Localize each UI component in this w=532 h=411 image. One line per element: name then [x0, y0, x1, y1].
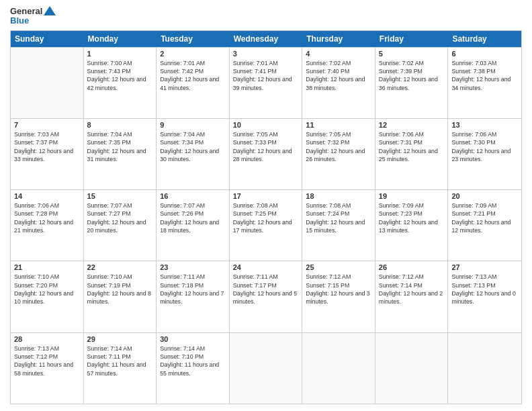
cal-cell: 9 Sunrise: 7:04 AMSunset: 7:34 PMDayligh… [157, 119, 230, 189]
cell-info: Sunrise: 7:01 AMSunset: 7:42 PMDaylight:… [160, 59, 226, 92]
day-number: 11 [306, 121, 371, 129]
cell-info: Sunrise: 7:01 AMSunset: 7:41 PMDaylight:… [233, 59, 299, 92]
day-number: 24 [233, 263, 299, 271]
cal-week-2: 14 Sunrise: 7:06 AMSunset: 7:28 PMDaylig… [11, 189, 521, 261]
cell-info: Sunrise: 7:03 AMSunset: 7:38 PMDaylight:… [451, 59, 518, 92]
cell-info: Sunrise: 7:14 AMSunset: 7:11 PMDaylight:… [87, 345, 153, 377]
day-number: 2 [160, 50, 226, 58]
cal-cell [230, 333, 303, 404]
cell-info: Sunrise: 7:04 AMSunset: 7:34 PMDaylight:… [160, 130, 226, 163]
cal-cell: 15 Sunrise: 7:07 AMSunset: 7:27 PMDaylig… [84, 190, 157, 261]
day-number: 12 [379, 121, 445, 129]
cell-info: Sunrise: 7:03 AMSunset: 7:37 PMDaylight:… [14, 130, 80, 163]
cell-info: Sunrise: 7:13 AMSunset: 7:12 PMDaylight:… [14, 345, 80, 377]
cal-cell: 23 Sunrise: 7:11 AMSunset: 7:18 PMDaylig… [157, 261, 230, 332]
header-day-tuesday: Tuesday [157, 31, 230, 47]
cell-info: Sunrise: 7:13 AMSunset: 7:13 PMDaylight:… [451, 273, 518, 306]
cell-info: Sunrise: 7:11 AMSunset: 7:17 PMDaylight:… [233, 273, 299, 306]
cal-cell: 5 Sunrise: 7:02 AMSunset: 7:39 PMDayligh… [375, 48, 449, 118]
cal-cell: 16 Sunrise: 7:07 AMSunset: 7:26 PMDaylig… [157, 190, 230, 261]
day-number: 23 [160, 263, 226, 271]
day-number: 21 [14, 263, 80, 271]
cell-info: Sunrise: 7:07 AMSunset: 7:27 PMDaylight:… [87, 201, 153, 234]
day-number: 14 [14, 192, 80, 200]
cal-cell [11, 48, 84, 118]
page: General Blue SundayMondayTuesdayWednesda… [0, 0, 532, 411]
cal-cell: 10 Sunrise: 7:05 AMSunset: 7:33 PMDaylig… [230, 119, 303, 189]
day-number: 5 [379, 50, 445, 58]
cal-cell: 20 Sunrise: 7:09 AMSunset: 7:21 PMDaylig… [448, 190, 521, 261]
day-number: 16 [160, 192, 226, 200]
cal-week-3: 21 Sunrise: 7:10 AMSunset: 7:20 PMDaylig… [11, 261, 521, 332]
day-number: 1 [87, 50, 153, 58]
day-number: 25 [306, 263, 371, 271]
cal-cell: 22 Sunrise: 7:10 AMSunset: 7:19 PMDaylig… [84, 261, 157, 332]
cal-week-0: 1 Sunrise: 7:00 AMSunset: 7:43 PMDayligh… [11, 47, 521, 118]
cell-info: Sunrise: 7:08 AMSunset: 7:25 PMDaylight:… [233, 201, 299, 234]
cal-cell: 6 Sunrise: 7:03 AMSunset: 7:38 PMDayligh… [448, 48, 521, 118]
day-number: 3 [233, 50, 299, 58]
day-number: 6 [451, 50, 518, 58]
cell-info: Sunrise: 7:06 AMSunset: 7:31 PMDaylight:… [379, 130, 445, 163]
day-number: 4 [306, 50, 371, 58]
cell-info: Sunrise: 7:05 AMSunset: 7:32 PMDaylight:… [306, 130, 371, 163]
cell-info: Sunrise: 7:00 AMSunset: 7:43 PMDaylight:… [87, 59, 153, 92]
day-number: 17 [233, 192, 299, 200]
day-number: 9 [160, 121, 226, 129]
cal-cell [375, 333, 449, 404]
cal-cell: 12 Sunrise: 7:06 AMSunset: 7:31 PMDaylig… [375, 119, 449, 189]
cal-cell: 4 Sunrise: 7:02 AMSunset: 7:40 PMDayligh… [302, 48, 375, 118]
cal-cell: 21 Sunrise: 7:10 AMSunset: 7:20 PMDaylig… [11, 261, 84, 332]
cal-cell [302, 333, 375, 404]
day-number: 7 [14, 121, 80, 129]
logo-icon [44, 6, 56, 15]
cal-cell: 26 Sunrise: 7:12 AMSunset: 7:14 PMDaylig… [375, 261, 449, 332]
cal-week-1: 7 Sunrise: 7:03 AMSunset: 7:37 PMDayligh… [11, 118, 521, 189]
cal-week-4: 28 Sunrise: 7:13 AMSunset: 7:12 PMDaylig… [11, 332, 521, 404]
calendar: SundayMondayTuesdayWednesdayThursdayFrid… [10, 30, 522, 404]
cal-cell: 1 Sunrise: 7:00 AMSunset: 7:43 PMDayligh… [84, 48, 157, 118]
day-number: 18 [306, 192, 371, 200]
cell-info: Sunrise: 7:06 AMSunset: 7:30 PMDaylight:… [451, 130, 518, 163]
cal-cell: 3 Sunrise: 7:01 AMSunset: 7:41 PMDayligh… [230, 48, 303, 118]
cell-info: Sunrise: 7:12 AMSunset: 7:15 PMDaylight:… [306, 273, 371, 306]
cal-cell: 28 Sunrise: 7:13 AMSunset: 7:12 PMDaylig… [11, 333, 84, 404]
day-number: 29 [87, 335, 153, 343]
day-number: 27 [451, 263, 518, 271]
header-day-monday: Monday [84, 31, 157, 47]
day-number: 20 [451, 192, 518, 200]
header-day-sunday: Sunday [11, 31, 84, 47]
day-number: 15 [87, 192, 153, 200]
day-number: 10 [233, 121, 299, 129]
cal-cell: 25 Sunrise: 7:12 AMSunset: 7:15 PMDaylig… [302, 261, 375, 332]
day-number: 13 [451, 121, 518, 129]
cal-cell: 8 Sunrise: 7:04 AMSunset: 7:35 PMDayligh… [84, 119, 157, 189]
cal-cell: 29 Sunrise: 7:14 AMSunset: 7:11 PMDaylig… [84, 333, 157, 404]
cal-cell: 11 Sunrise: 7:05 AMSunset: 7:32 PMDaylig… [302, 119, 375, 189]
cal-cell: 24 Sunrise: 7:11 AMSunset: 7:17 PMDaylig… [230, 261, 303, 332]
header-day-wednesday: Wednesday [230, 31, 303, 47]
header-day-friday: Friday [375, 31, 449, 47]
calendar-header: SundayMondayTuesdayWednesdayThursdayFrid… [11, 31, 521, 47]
cell-info: Sunrise: 7:02 AMSunset: 7:40 PMDaylight:… [306, 59, 371, 92]
cal-cell: 19 Sunrise: 7:09 AMSunset: 7:23 PMDaylig… [375, 190, 449, 261]
cal-cell: 17 Sunrise: 7:08 AMSunset: 7:25 PMDaylig… [230, 190, 303, 261]
header-day-thursday: Thursday [302, 31, 375, 47]
cell-info: Sunrise: 7:10 AMSunset: 7:20 PMDaylight:… [14, 273, 80, 306]
cell-info: Sunrise: 7:10 AMSunset: 7:19 PMDaylight:… [87, 273, 153, 306]
day-number: 8 [87, 121, 153, 129]
cell-info: Sunrise: 7:05 AMSunset: 7:33 PMDaylight:… [233, 130, 299, 163]
cell-info: Sunrise: 7:12 AMSunset: 7:14 PMDaylight:… [379, 273, 445, 306]
cell-info: Sunrise: 7:08 AMSunset: 7:24 PMDaylight:… [306, 201, 371, 234]
cell-info: Sunrise: 7:02 AMSunset: 7:39 PMDaylight:… [379, 59, 445, 92]
calendar-body: 1 Sunrise: 7:00 AMSunset: 7:43 PMDayligh… [11, 47, 521, 404]
day-number: 28 [14, 335, 80, 343]
cell-info: Sunrise: 7:11 AMSunset: 7:18 PMDaylight:… [160, 273, 226, 306]
cell-info: Sunrise: 7:06 AMSunset: 7:28 PMDaylight:… [14, 201, 80, 234]
cal-cell: 18 Sunrise: 7:08 AMSunset: 7:24 PMDaylig… [302, 190, 375, 261]
svg-marker-0 [44, 6, 56, 15]
day-number: 30 [160, 335, 226, 343]
cal-cell: 2 Sunrise: 7:01 AMSunset: 7:42 PMDayligh… [157, 48, 230, 118]
cell-info: Sunrise: 7:09 AMSunset: 7:21 PMDaylight:… [451, 201, 518, 234]
cell-info: Sunrise: 7:14 AMSunset: 7:10 PMDaylight:… [160, 345, 226, 377]
